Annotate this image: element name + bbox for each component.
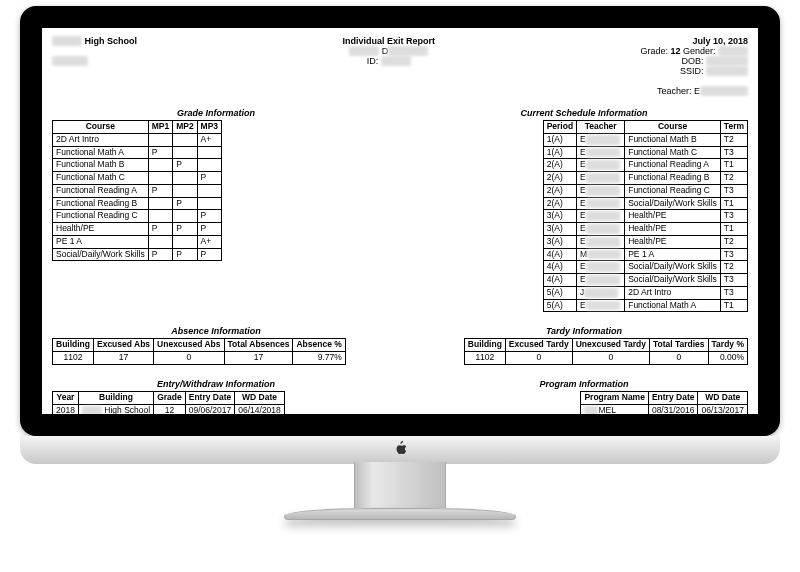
grade-row: Functional Math CP (53, 172, 222, 185)
sched-period: 2(A) (543, 172, 576, 185)
sched-course: Functional Math C (625, 146, 721, 159)
absence-table: Building Excused Abs Unexcused Abs Total… (52, 338, 346, 365)
abs-pct: 9.77% (293, 352, 345, 365)
monitor-stand-neck (354, 462, 446, 508)
monitor-stand-base (284, 508, 516, 520)
entry-title: Entry/Withdraw Information (52, 379, 380, 389)
sched-teacher: Exx (577, 197, 625, 210)
apple-logo-icon (392, 440, 408, 460)
grade-course: PE 1 A (53, 235, 149, 248)
program-table: Program Name Entry Date WD Date xMEL08/3… (580, 391, 748, 414)
grade-mp2 (173, 235, 197, 248)
prog-entry: 08/31/2016 (648, 404, 698, 414)
grade-mp2 (173, 172, 197, 185)
schedule-section-title: Current Schedule Information (420, 108, 748, 118)
tardy-unexcused: 0 (572, 352, 649, 365)
report-title: Individual Exit Report (342, 36, 435, 46)
tardy-hdr-excused: Excused Tardy (505, 339, 572, 352)
grade-mp1: P (148, 223, 172, 236)
abs-hdr-pct: Absence % (293, 339, 345, 352)
tardy-excused: 0 (505, 352, 572, 365)
grade-mp1 (148, 197, 172, 210)
grade-section-title: Grade Information (52, 108, 380, 118)
grade-row: Functional Math AP (53, 146, 222, 159)
grade-row: Functional Math BP (53, 159, 222, 172)
sched-course: Functional Math B (625, 133, 721, 146)
sched-term: T1 (720, 197, 747, 210)
schedule-row: 2(A)ExxFunctional Reading AT1 (543, 159, 747, 172)
sched-term: T1 (720, 223, 747, 236)
tardy-total: 0 (649, 352, 708, 365)
ssid-label: SSID: (680, 66, 704, 76)
sched-period: 3(A) (543, 223, 576, 236)
monitor-frame: XXXXX High School xx Individual Exit Rep… (20, 0, 780, 520)
tardy-hdr-pct: Tardy % (708, 339, 747, 352)
grade-mp1: P (148, 146, 172, 159)
absence-tardy-row: Absence Information Building Excused Abs… (52, 318, 748, 365)
schedule-row: 4(A)ExxSocial/Daily/Work SkillsT3 (543, 274, 747, 287)
sched-teacher: Exx (577, 261, 625, 274)
grade-table: Course MP1 MP2 MP3 2D Art IntroA+Functio… (52, 120, 222, 261)
grade-mp2 (173, 184, 197, 197)
left-column: Grade Information Course MP1 MP2 MP3 2D … (52, 100, 380, 261)
schedule-row: 2(A)ExxFunctional Reading BT2 (543, 172, 747, 185)
grade-value: 12 (670, 46, 680, 56)
grade-mp3: P (197, 172, 221, 185)
sched-period: 4(A) (543, 274, 576, 287)
sched-course: Functional Reading B (625, 172, 721, 185)
grade-hdr-course: Course (53, 121, 149, 134)
tardy-header-row: Building Excused Tardy Unexcused Tardy T… (464, 339, 747, 352)
grade-mp1 (148, 210, 172, 223)
sched-teacher: Exx (577, 184, 625, 197)
sched-course: Health/PE (625, 223, 721, 236)
schedule-row: 4(A)MxxPE 1 AT3 (543, 248, 747, 261)
ew-year: 2018 (53, 404, 79, 414)
sched-period: 3(A) (543, 235, 576, 248)
grade-course: 2D Art Intro (53, 133, 149, 146)
id-label: ID: (367, 56, 379, 66)
abs-building: 1102 (53, 352, 94, 365)
prog-hdr-name: Program Name (581, 392, 648, 405)
grade-mp2: P (173, 248, 197, 261)
sched-term: T2 (720, 172, 747, 185)
grade-row: Functional Reading AP (53, 184, 222, 197)
grade-label: Grade: (640, 46, 668, 56)
sched-period: 1(A) (543, 133, 576, 146)
absence-header-row: Building Excused Abs Unexcused Abs Total… (53, 339, 346, 352)
abs-unexcused: 0 (154, 352, 224, 365)
sched-period: 2(A) (543, 184, 576, 197)
sched-term: T3 (720, 248, 747, 261)
grade-mp1 (148, 172, 172, 185)
grade-course: Functional Reading B (53, 197, 149, 210)
sched-term: T3 (720, 274, 747, 287)
header-left: XXXXX High School xx (52, 36, 137, 66)
sched-teacher: Exx (577, 223, 625, 236)
monitor-chin (20, 436, 780, 464)
absence-row: 1102 17 0 17 9.77% (53, 352, 346, 365)
abs-hdr-excused: Excused Abs (94, 339, 154, 352)
sched-hdr-term: Term (720, 121, 747, 134)
tardy-pct: 0.00% (708, 352, 747, 365)
grade-mp2 (173, 133, 197, 146)
grade-course: Functional Math C (53, 172, 149, 185)
sched-course: Social/Daily/Work Skills (625, 197, 721, 210)
grade-header-row: Course MP1 MP2 MP3 (53, 121, 222, 134)
grade-course: Social/Daily/Work Skills (53, 248, 149, 261)
entry-header-row: Year Building Grade Entry Date WD Date (53, 392, 285, 405)
id-blur: XXXX (381, 56, 411, 66)
abs-hdr-total: Total Absences (224, 339, 293, 352)
grade-mp1 (148, 235, 172, 248)
sched-period: 2(A) (543, 159, 576, 172)
abs-hdr-unexcused: Unexcused Abs (154, 339, 224, 352)
program-section: Program Information Program Name Entry D… (420, 371, 748, 414)
entry-program-row: Entry/Withdraw Information Year Building… (52, 371, 748, 414)
dob-label: DOB: (681, 56, 703, 66)
sched-course: Functional Reading A (625, 159, 721, 172)
sched-period: 4(A) (543, 248, 576, 261)
sched-term: T1 (720, 159, 747, 172)
grade-mp3: P (197, 248, 221, 261)
grade-row: PE 1 AA+ (53, 235, 222, 248)
grade-mp2 (173, 210, 197, 223)
grade-mp3 (197, 184, 221, 197)
absence-section: Absence Information Building Excused Abs… (52, 318, 380, 365)
